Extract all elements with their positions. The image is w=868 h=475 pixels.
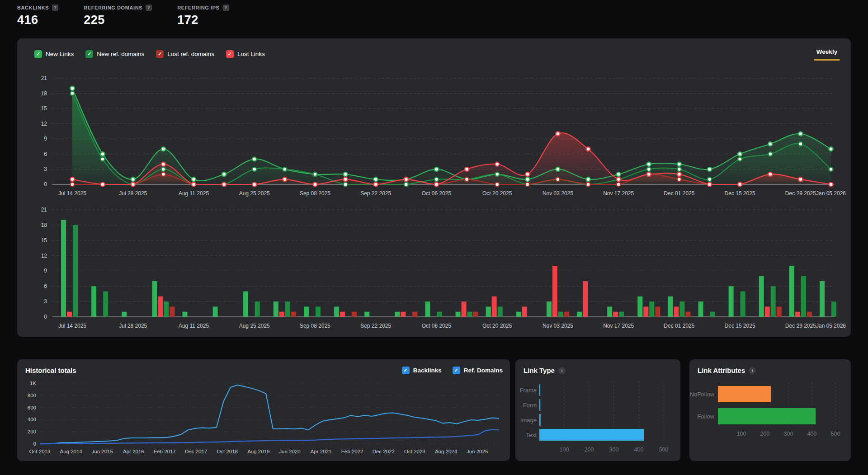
svg-text:0: 0: [44, 314, 47, 320]
svg-text:Nov 03 2025: Nov 03 2025: [542, 190, 573, 197]
svg-text:Oct 20 2025: Oct 20 2025: [482, 323, 512, 329]
stat-label: REFERRING IPS: [177, 5, 219, 10]
checkbox-lost-ref-domains[interactable]: ✓: [156, 50, 164, 58]
legend-item-lost-ref-domains[interactable]: ✓ Lost ref. domains: [156, 50, 214, 58]
svg-text:Form: Form: [523, 402, 537, 409]
checkbox-backlinks[interactable]: ✓: [402, 367, 410, 374]
svg-text:Aug 2024: Aug 2024: [435, 449, 458, 454]
svg-text:Aug 11 2025: Aug 11 2025: [179, 190, 209, 197]
svg-text:Apr 2016: Apr 2016: [123, 449, 144, 454]
chart-legend: ✓ New Links ✓ New ref. domains ✓ Lost re…: [34, 50, 265, 58]
svg-text:NoFollow: NoFollow: [690, 391, 715, 398]
svg-text:Sep 22 2025: Sep 22 2025: [360, 190, 391, 197]
svg-text:Aug 2014: Aug 2014: [60, 449, 82, 454]
bars-1: [67, 266, 800, 317]
toggle-label: Backlinks: [413, 367, 442, 374]
link-attributes-panel: Link Attributes i 100200300400500NoFollo…: [689, 359, 851, 461]
svg-text:15: 15: [41, 105, 47, 112]
svg-text:Oct 2023: Oct 2023: [404, 449, 425, 454]
historical-totals-chart[interactable]: 02004006008001KOct 2013Aug 2014Jun 2015A…: [23, 378, 505, 459]
svg-text:12: 12: [41, 121, 47, 127]
hbar-1: [539, 399, 540, 411]
legend-item-new-ref-domains[interactable]: ✓ New ref. domains: [85, 50, 144, 58]
checkbox-ref-domains[interactable]: ✓: [453, 367, 460, 374]
tab-weekly[interactable]: Weekly: [814, 48, 840, 61]
link-type-title: Link Type i: [524, 367, 566, 374]
legend-item-new-links[interactable]: ✓ New Links: [34, 50, 74, 58]
svg-text:Nov 17 2025: Nov 17 2025: [603, 190, 634, 197]
svg-text:6: 6: [44, 283, 47, 289]
checkbox-new-ref-domains[interactable]: ✓: [85, 50, 93, 58]
link-attributes-chart[interactable]: 100200300400500NoFollowFollow: [689, 380, 851, 461]
svg-text:Feb 2017: Feb 2017: [154, 449, 176, 454]
weekly-line-chart[interactable]: 036912151821Jul 14 2025Jul 28 2025Aug 11…: [17, 63, 851, 201]
checkbox-lost-links[interactable]: ✓: [226, 50, 234, 58]
svg-text:0: 0: [44, 181, 47, 188]
svg-text:Oct 2013: Oct 2013: [29, 449, 51, 454]
svg-text:400: 400: [28, 417, 36, 422]
weekly-bar-chart[interactable]: 036912151821Jul 14 2025Jul 28 2025Aug 11…: [17, 206, 851, 331]
hbar-3: [539, 429, 644, 441]
svg-text:Sep 22 2025: Sep 22 2025: [360, 323, 391, 329]
svg-text:Jun 2020: Jun 2020: [279, 449, 300, 454]
historical-toggles: ✓ Backlinks ✓ Ref. Domains: [402, 367, 503, 374]
stat-backlinks-value: 416: [17, 13, 58, 27]
stat-referring-domains: REFERRING DOMAINS ? 225: [84, 5, 152, 27]
tab-weekly-label: Weekly: [816, 48, 837, 55]
info-icon[interactable]: i: [749, 367, 756, 374]
svg-text:Jun 2015: Jun 2015: [92, 449, 113, 454]
svg-text:6: 6: [44, 151, 47, 157]
historical-totals-title: Historical totals: [25, 367, 76, 374]
svg-text:200: 200: [28, 429, 36, 434]
toggle-ref-domains[interactable]: ✓ Ref. Domains: [453, 367, 503, 374]
svg-text:Sep 08 2025: Sep 08 2025: [300, 190, 330, 197]
svg-text:Dec 01 2025: Dec 01 2025: [664, 323, 694, 329]
hist-line-1: [40, 430, 499, 444]
svg-text:200: 200: [760, 431, 770, 437]
svg-text:18: 18: [41, 90, 47, 97]
hist-line-0: [40, 385, 499, 444]
svg-text:Sep 08 2025: Sep 08 2025: [300, 323, 330, 329]
stat-referring-domains-label-row: REFERRING DOMAINS ?: [84, 5, 152, 11]
svg-text:9: 9: [44, 136, 47, 142]
info-icon[interactable]: i: [558, 367, 566, 374]
stat-referring-ips: REFERRING IPS ? 172: [177, 5, 229, 27]
svg-text:15: 15: [41, 237, 47, 244]
svg-text:Dec 29 2025: Dec 29 2025: [785, 323, 816, 329]
svg-text:Feb 2022: Feb 2022: [341, 449, 363, 454]
svg-text:21: 21: [41, 75, 47, 81]
area-0: [72, 88, 831, 184]
svg-text:Dec 15 2025: Dec 15 2025: [725, 190, 755, 197]
stat-label: BACKLINKS: [17, 5, 49, 10]
hbar-2: [539, 414, 541, 426]
legend-label: Lost Links: [237, 51, 265, 57]
svg-text:100: 100: [737, 431, 746, 437]
link-type-chart[interactable]: 100200300400500FrameFormImageText: [515, 380, 680, 461]
svg-text:600: 600: [28, 405, 36, 410]
bars-0: [61, 220, 825, 317]
line-0: [72, 88, 831, 181]
svg-text:Jul 28 2025: Jul 28 2025: [119, 190, 147, 197]
svg-text:Aug 2019: Aug 2019: [247, 449, 269, 454]
stat-label: REFERRING DOMAINS: [84, 5, 142, 10]
stat-backlinks-label-row: BACKLINKS ?: [17, 5, 58, 11]
svg-text:Frame: Frame: [519, 387, 537, 394]
help-icon[interactable]: ?: [52, 5, 58, 11]
toggle-backlinks[interactable]: ✓ Backlinks: [402, 367, 442, 374]
svg-text:3: 3: [44, 298, 47, 305]
svg-text:21: 21: [41, 207, 47, 213]
svg-text:Dec 2017: Dec 2017: [185, 449, 207, 454]
panel-title-text: Link Type: [524, 367, 555, 374]
legend-item-lost-links[interactable]: ✓ Lost Links: [226, 50, 265, 58]
checkbox-new-links[interactable]: ✓: [34, 50, 42, 58]
svg-text:400: 400: [634, 447, 644, 453]
help-icon[interactable]: ?: [223, 5, 229, 11]
help-icon[interactable]: ?: [146, 5, 152, 11]
panel-title-text: Historical totals: [25, 367, 76, 374]
svg-text:Image: Image: [520, 417, 537, 423]
svg-text:Jul 14 2025: Jul 14 2025: [58, 190, 86, 197]
svg-text:Dec 15 2025: Dec 15 2025: [725, 323, 755, 329]
svg-text:300: 300: [784, 431, 793, 437]
legend-label: New ref. domains: [97, 51, 144, 57]
svg-text:3: 3: [44, 166, 47, 172]
